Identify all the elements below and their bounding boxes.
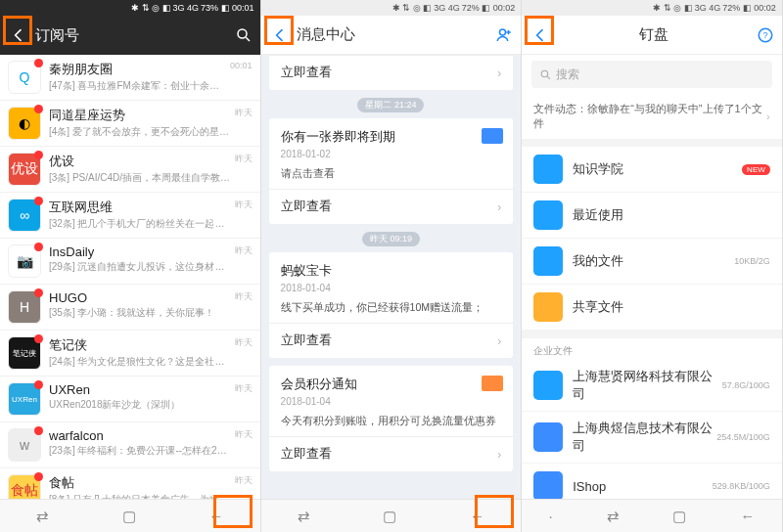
nav-back-icon[interactable]: ← — [208, 508, 223, 524]
status-bar: ✱ ⇅ ◎ ◧ 3G 4G 72% ◧ 00:02 — [261, 0, 522, 16]
phone-1: ✱ ⇅ ◎ ◧ 3G 4G 73% ◧ 00:01 订阅号 Q 秦朔朋友圈[47… — [0, 0, 261, 532]
subscription-list: Q 秦朔朋友圈[47条] 喜马拉雅FM余建军：创业十余次，在... 00:01◐… — [0, 55, 260, 499]
phone-3: ✱ ⇅ ◎ ◧ 3G 4G 72% ◧ 00:02 钉盘 ? 搜索 文件动态：徐… — [522, 0, 783, 532]
page-title: 消息中心 — [297, 25, 496, 44]
file-row[interactable]: 我的文件10KB/2G — [522, 239, 782, 285]
list-item[interactable]: H HUGO[35条] 李小璐：我就这样，关你屁事！ 昨天 — [0, 285, 260, 331]
nav-bar: ⇄ ▢ ← — [0, 499, 260, 532]
view-now-button[interactable]: 立即查看› — [269, 189, 514, 224]
page-title: 订阅号 — [35, 26, 235, 45]
header: 订阅号 — [0, 16, 260, 55]
nav-bar: ⇄ ▢ ← — [261, 499, 522, 532]
status-bar: ✱ ⇅ ◎ ◧ 3G 4G 73% ◧ 00:01 — [0, 0, 260, 16]
list-item[interactable]: w warfalcon[23条] 年终福利：免费公开课--怎样在2018... … — [0, 422, 260, 468]
nav-dot-icon[interactable]: · — [549, 508, 553, 524]
nav-back-icon[interactable]: ← — [470, 508, 484, 524]
nav-recent-icon[interactable]: ⇄ — [607, 508, 620, 525]
svg-point-0 — [238, 29, 247, 38]
message-card: 你有一张券即将到期2018-01-02请点击查看立即查看› — [269, 118, 514, 224]
help-icon[interactable]: ? — [757, 26, 774, 44]
svg-line-1 — [246, 37, 250, 41]
message-card: 会员积分通知2018-01-04今天有积分到账啦，用积分可兑换流量优惠券立即查看… — [269, 366, 514, 471]
page-title: 钉盘 — [551, 25, 757, 44]
dingpan-content: 搜索 文件动态：徐敏静在“与我的聊天中”上传了1个文件 › 知识学院NEW最近使… — [522, 55, 782, 499]
corp-section-title: 企业文件 — [522, 338, 782, 360]
nav-back-icon[interactable]: ← — [740, 508, 755, 524]
file-row[interactable]: 上海慧贤网络科技有限公司57.8G/100G — [522, 360, 782, 412]
status-bar: ✱ ⇅ ◎ ◧ 3G 4G 72% ◧ 00:02 — [522, 0, 782, 16]
nav-bar: · ⇄ ▢ ← — [522, 499, 782, 532]
list-item[interactable]: UXRen UXRenUXRen2018新年沙龙（深圳） 昨天 — [0, 377, 260, 422]
phone-2: ✱ ⇅ ◎ ◧ 3G 4G 72% ◧ 00:02 消息中心 立即查看›星期二 … — [261, 0, 523, 532]
back-button[interactable] — [269, 24, 291, 46]
svg-point-7 — [541, 70, 548, 77]
file-row[interactable]: 知识学院NEW — [522, 147, 782, 193]
svg-line-8 — [547, 76, 550, 79]
header: 消息中心 — [261, 16, 522, 55]
file-row[interactable]: IShop529.8KB/100G — [522, 464, 782, 499]
back-button[interactable] — [8, 24, 29, 46]
list-item[interactable]: Q 秦朔朋友圈[47条] 喜马拉雅FM余建军：创业十余次，在... 00:01 — [0, 55, 260, 101]
view-now-button[interactable]: 立即查看› — [269, 323, 514, 358]
header: 钉盘 ? — [522, 16, 782, 55]
svg-text:?: ? — [762, 30, 767, 40]
search-placeholder: 搜索 — [556, 66, 579, 83]
list-item[interactable]: 笔记侠 笔记侠[24条] 华为文化是狼性文化？这是全社会对我... 昨天 — [0, 331, 260, 377]
file-row[interactable]: 上海典煜信息技术有限公司254.5M/100G — [522, 412, 782, 464]
message-center: 立即查看›星期二 21:24你有一张券即将到期2018-01-02请点击查看立即… — [261, 55, 522, 499]
nav-home-icon[interactable]: ▢ — [383, 508, 396, 525]
nav-home-icon[interactable]: ▢ — [122, 508, 136, 525]
message-card: 蚂蚁宝卡2018-01-04线下买单成功，你已经获得10M赠送流量；立即查看› — [269, 252, 514, 358]
list-item[interactable]: ∞ 互联网思维[32条] 把几个手机大厂的粉丝关在一起炼蛊，... 昨天 — [0, 193, 260, 239]
file-row[interactable]: 共享文件 — [522, 285, 782, 331]
svg-point-2 — [500, 29, 506, 35]
nav-home-icon[interactable]: ▢ — [672, 508, 686, 525]
file-activity-notice[interactable]: 文件动态：徐敏静在“与我的聊天中”上传了1个文件 › — [522, 94, 782, 147]
list-item[interactable]: 优设 优设[3条] PS/AI/C4D/插画，本周最佳自学教程精... 昨天 — [0, 147, 260, 193]
nav-recent-icon[interactable]: ⇄ — [298, 508, 310, 525]
add-contact-icon[interactable] — [495, 26, 513, 44]
back-button[interactable] — [530, 24, 551, 46]
search-input[interactable]: 搜索 — [531, 61, 772, 88]
view-now-button[interactable]: 立即查看› — [269, 55, 514, 90]
file-row[interactable]: 最近使用 — [522, 193, 782, 239]
list-item[interactable]: 📷 InsDaily[29条] 沉迷自拍遭女儿投诉，这位身材火辣的... 昨天 — [0, 239, 260, 285]
search-icon[interactable] — [235, 26, 253, 44]
nav-recent-icon[interactable]: ⇄ — [36, 508, 49, 525]
list-item[interactable]: ◐ 同道星座运势[4条] 爱了就不会放弃，更不会死心的星座！ 昨天 — [0, 101, 260, 147]
view-now-button[interactable]: 立即查看› — [269, 436, 514, 471]
list-item[interactable]: 食帖 食帖[8条] 只有几十秒的日本美食广告，为啥总能... 昨天 — [0, 468, 260, 499]
